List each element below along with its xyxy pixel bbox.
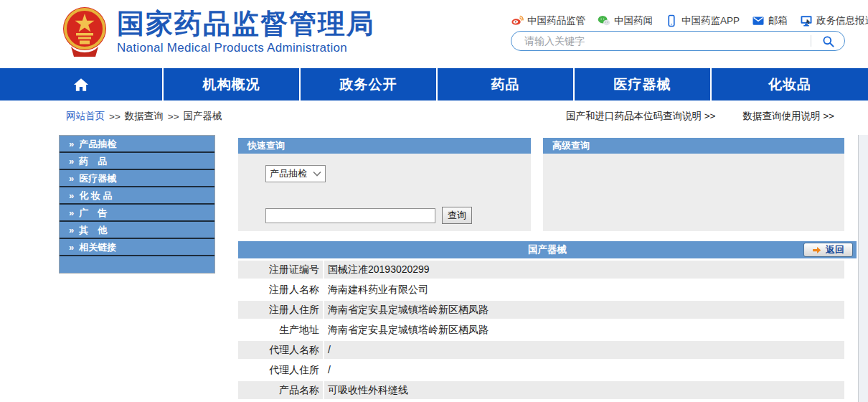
row-value: 海南省定安县定城镇塔岭新区栖凤路: [324, 321, 844, 339]
link-mail[interactable]: 邮箱: [752, 14, 788, 27]
sidebar-item-drugs[interactable]: »药 品: [60, 153, 214, 170]
chevron-right-icon: »: [69, 190, 74, 201]
nav-item-agency[interactable]: 机构概况: [162, 68, 299, 100]
sidebar-item-product-sampling[interactable]: »产品抽检: [60, 136, 214, 153]
row-value: 海南省定安县定城镇塔岭新区栖凤路: [324, 301, 844, 319]
row-value: 可吸收性外科缝线: [324, 381, 844, 399]
query-button[interactable]: 查询: [442, 207, 472, 224]
row-label: 注册证编号: [238, 261, 324, 279]
breadcrumb: 网站首页 >> 数据查询 >> 国产器械: [66, 110, 222, 123]
monitor-icon: [800, 14, 813, 27]
quick-link-label: 邮箱: [768, 14, 788, 27]
sidebar: »产品抽检 »药 品 »医疗器械 »化 妆 品 »广 告 »其 他 »相关链接: [59, 135, 215, 274]
sidebar-spacer: [60, 256, 214, 273]
sidebar-item-label: 其 他: [79, 225, 107, 235]
result-table-header: 国产器械 返回: [238, 241, 857, 258]
sidebar-item-label: 产品抽检: [79, 139, 116, 149]
quick-link-label: 中国药闻: [614, 14, 653, 27]
link-report[interactable]: 政务信息报送: [800, 14, 868, 27]
nav-home[interactable]: [0, 68, 162, 100]
row-value: /: [324, 341, 844, 359]
row-label: 代理人名称: [238, 341, 324, 359]
category-select[interactable]: 产品抽检: [265, 165, 326, 182]
table-row: 生产地址 海南省定安县定城镇塔岭新区栖凤路: [238, 321, 844, 339]
breadcrumb-separator: >>: [168, 111, 179, 122]
national-emblem-logo: [61, 5, 108, 62]
nav-item-drugs[interactable]: 药品: [436, 68, 573, 100]
table-row: 代理人名称 /: [238, 341, 844, 359]
chevron-right-icon: »: [69, 156, 74, 167]
chevron-right-icon: »: [69, 225, 74, 235]
chevron-down-icon: [313, 171, 321, 177]
row-label: 产品名称: [238, 381, 324, 399]
row-label: 注册人住所: [238, 301, 324, 319]
category-select-value: 产品抽检: [270, 167, 313, 180]
table-row: 代理人住所 /: [238, 361, 844, 379]
quick-link-label: 中国药监APP: [681, 14, 740, 27]
row-value: 国械注准20193020299: [324, 261, 844, 279]
link-drug-code-help[interactable]: 国产和进口药品本位码查询说明 >>: [566, 110, 716, 123]
advanced-query-body: [543, 154, 844, 231]
advanced-query-title: 高级查询: [543, 138, 844, 154]
home-icon: [72, 77, 90, 93]
link-app[interactable]: 中国药监APP: [665, 14, 740, 27]
nav-item-cosmetics[interactable]: 化妆品: [710, 68, 868, 100]
link-wechat[interactable]: 中国药闻: [598, 14, 653, 27]
quick-link-label: 中国药品监管: [527, 14, 585, 27]
chevron-right-icon: »: [69, 139, 74, 149]
nav-item-gov-affairs[interactable]: 政务公开: [299, 68, 436, 100]
advanced-query-panel: 高级查询: [543, 138, 844, 231]
quick-link-label: 政务信息报送: [816, 14, 868, 27]
chevron-right-icon: »: [69, 242, 74, 253]
header-quick-links: 中国药品监管 中国药闻 中国药监APP: [511, 13, 841, 29]
site-search: [511, 31, 845, 51]
search-button[interactable]: [811, 32, 844, 50]
result-table-title: 国产器械: [238, 241, 857, 258]
quick-query-body: 产品抽检 查询: [238, 154, 531, 231]
sidebar-item-label: 相关链接: [79, 242, 116, 253]
row-label: 生产地址: [238, 321, 324, 339]
weibo-icon: [511, 14, 524, 27]
table-row: 注册人住所 海南省定安县定城镇塔岭新区栖凤路: [238, 301, 844, 319]
chevron-right-icon: »: [69, 207, 74, 218]
result-table: 国产器械 返回 注册证编号 国械注准20193020299 注册人名称 海南建科…: [238, 241, 857, 401]
table-row: 注册人名称 海南建科药业有限公司: [238, 281, 844, 299]
keyword-input[interactable]: [265, 208, 435, 223]
site-header: 国家药品监督管理局 National Medical Products Admi…: [0, 0, 868, 68]
table-row: 产品名称 可吸收性外科缝线: [238, 381, 844, 399]
back-button[interactable]: 返回: [803, 243, 853, 257]
quick-query-title: 快速查询: [238, 138, 531, 154]
sidebar-item-related-links[interactable]: »相关链接: [60, 239, 214, 256]
site-title: 国家药品监督管理局: [117, 7, 375, 40]
breadcrumb-home[interactable]: 网站首页: [66, 110, 105, 123]
notice-links: 国产和进口药品本位码查询说明 >> 数据查询使用说明 >>: [566, 110, 834, 123]
breadcrumb-data-query[interactable]: 数据查询: [125, 110, 164, 123]
sidebar-item-label: 医疗器械: [79, 173, 116, 184]
main-nav: 机构概况 政务公开 药品 医疗器械 化妆品: [0, 68, 868, 100]
result-rows: 注册证编号 国械注准20193020299 注册人名称 海南建科药业有限公司 注…: [238, 261, 844, 399]
table-row: 注册证编号 国械注准20193020299: [238, 261, 844, 279]
row-value: /: [324, 361, 844, 379]
breadcrumb-row: 网站首页 >> 数据查询 >> 国产器械 国产和进口药品本位码查询说明 >> 数…: [0, 100, 868, 131]
row-label: 注册人名称: [238, 281, 324, 299]
site-title-block: 国家药品监督管理局 National Medical Products Admi…: [117, 7, 375, 55]
sidebar-item-label: 化 妆 品: [79, 190, 112, 201]
row-value: 海南建科药业有限公司: [324, 281, 844, 299]
search-input[interactable]: [511, 35, 811, 47]
arrow-right-icon: [812, 246, 821, 255]
chevron-right-icon: »: [69, 173, 74, 184]
link-weibo[interactable]: 中国药品监管: [511, 14, 585, 27]
site-subtitle: National Medical Products Administration: [117, 41, 375, 55]
sidebar-item-cosmetics[interactable]: »化 妆 品: [60, 187, 214, 205]
sidebar-item-advertising[interactable]: »广 告: [60, 205, 214, 222]
nav-item-medical-devices[interactable]: 医疗器械: [573, 68, 710, 100]
row-label: 代理人住所: [238, 361, 324, 379]
breadcrumb-separator: >>: [109, 111, 121, 122]
sidebar-item-medical-devices[interactable]: »医疗器械: [60, 170, 214, 187]
sidebar-item-other[interactable]: »其 他: [60, 222, 214, 239]
sidebar-item-label: 药 品: [79, 156, 107, 167]
quick-query-panel: 快速查询 产品抽检 查询: [238, 138, 531, 231]
page-right-strip: [859, 135, 868, 402]
breadcrumb-current: 国产器械: [184, 110, 222, 123]
link-query-help[interactable]: 数据查询使用说明 >>: [742, 110, 834, 123]
